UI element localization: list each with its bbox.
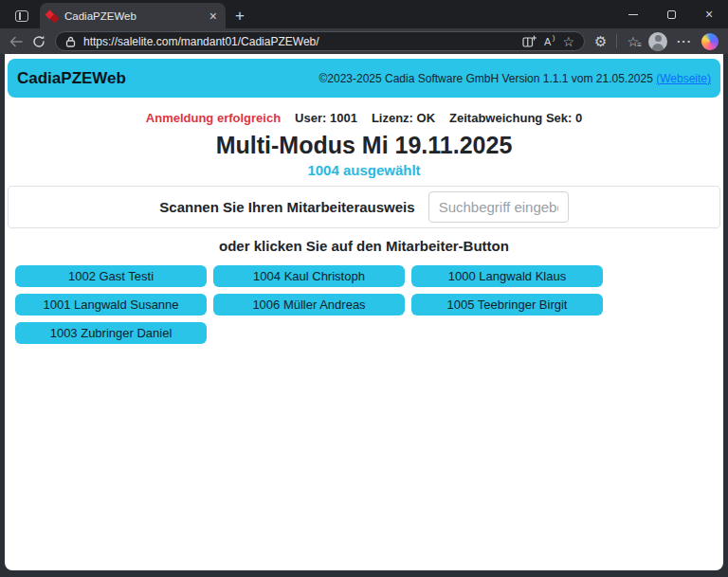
copyright-text: ©2023-2025 Cadia Software GmbH Version 1… xyxy=(318,72,711,85)
site-favicon-icon xyxy=(46,10,58,22)
refresh-button[interactable] xyxy=(32,35,46,48)
app-title: CadiaPZEWeb xyxy=(17,69,126,88)
scan-instruction-label: Scannen Sie Ihren Mitarbeiterausweis xyxy=(159,199,414,215)
employee-button[interactable]: 1004 Kaul Christoph xyxy=(213,265,405,287)
employee-button[interactable]: 1005 Teebringer Birgit xyxy=(411,294,603,316)
minimize-button[interactable] xyxy=(614,0,652,28)
browser-tab-active[interactable]: CadiaPZEWeb × xyxy=(40,3,226,28)
tab-actions-icon xyxy=(15,10,28,22)
employee-button[interactable]: 1000 Langwald Klaus xyxy=(411,265,603,287)
browser-tab-strip: CadiaPZEWeb × + × xyxy=(0,0,728,28)
profile-avatar[interactable] xyxy=(648,32,667,51)
favorites-lines-icon: ≡ xyxy=(637,42,642,49)
minimize-icon xyxy=(628,14,638,15)
employee-button[interactable]: 1002 Gast Testi xyxy=(15,265,207,287)
url-text[interactable]: https://salelite.com/mandant01/CadiaPZEW… xyxy=(83,35,515,48)
tab-close-icon[interactable]: × xyxy=(208,9,219,23)
add-favorite-button[interactable]: ☆ xyxy=(562,35,574,48)
read-aloud-mark-icon: ) xyxy=(553,33,555,42)
page-content: CadiaPZEWeb ©2023-2025 Cadia Software Gm… xyxy=(5,54,723,570)
read-aloud-icon: A xyxy=(544,36,551,47)
tab-title: CadiaPZEWeb xyxy=(64,10,201,22)
close-button[interactable]: × xyxy=(690,0,728,28)
employee-button[interactable]: 1003 Zubringer Daniel xyxy=(15,322,207,344)
browser-toolbar: https://salelite.com/mandant01/CadiaPZEW… xyxy=(0,28,728,54)
employee-button[interactable]: 1001 Langwald Susanne xyxy=(15,294,207,316)
back-arrow-icon xyxy=(9,36,23,47)
search-input[interactable] xyxy=(428,191,569,223)
favorites-button[interactable]: ☆ ≡ xyxy=(627,35,639,48)
employee-button-grid: 1002 Gast Testi1004 Kaul Christoph1000 L… xyxy=(15,265,622,344)
window-controls: × xyxy=(614,0,728,28)
extensions-gear-button[interactable]: ⚙ xyxy=(594,34,607,48)
copyright-label: ©2023-2025 Cadia Software GmbH Version 1… xyxy=(318,72,652,85)
status-time-deviation: Zeitabweichung Sek: 0 xyxy=(449,111,582,125)
website-link[interactable]: (Webseite) xyxy=(656,72,711,85)
status-row: Anmeldung erfolgreich User: 1001 Lizenz:… xyxy=(5,111,723,125)
tab-actions-button[interactable] xyxy=(8,3,36,28)
split-screen-button[interactable] xyxy=(522,35,537,48)
read-aloud-button[interactable]: A ) xyxy=(544,36,555,47)
site-security-lock-icon[interactable] xyxy=(65,36,76,47)
scan-card: Scannen Sie Ihren Mitarbeiterausweis xyxy=(8,186,720,228)
split-screen-icon xyxy=(522,35,537,48)
employee-button[interactable]: 1006 Müller Andreas xyxy=(213,294,405,316)
status-user: User: 1001 xyxy=(295,111,357,125)
maximize-icon xyxy=(667,10,676,19)
status-license: Lizenz: OK xyxy=(372,111,435,125)
refresh-icon xyxy=(32,35,46,48)
new-tab-button[interactable]: + xyxy=(226,3,254,28)
or-instruction-text: oder klicken Sie auf den Mitarbeiter-But… xyxy=(5,238,723,254)
address-bar[interactable]: https://salelite.com/mandant01/CadiaPZEW… xyxy=(55,31,585,51)
page-title: Multi-Modus Mi 19.11.2025 xyxy=(5,132,723,159)
toolbar-divider xyxy=(616,34,617,48)
settings-more-button[interactable]: ··· xyxy=(677,34,692,48)
copilot-icon[interactable] xyxy=(701,33,719,50)
maximize-button[interactable] xyxy=(652,0,690,28)
login-status-message: Anmeldung erfolgreich xyxy=(146,111,281,125)
selection-status: 1004 ausgewählt xyxy=(5,162,723,178)
close-icon: × xyxy=(705,8,713,21)
back-button[interactable] xyxy=(9,36,23,47)
app-header: CadiaPZEWeb ©2023-2025 Cadia Software Gm… xyxy=(8,59,720,98)
